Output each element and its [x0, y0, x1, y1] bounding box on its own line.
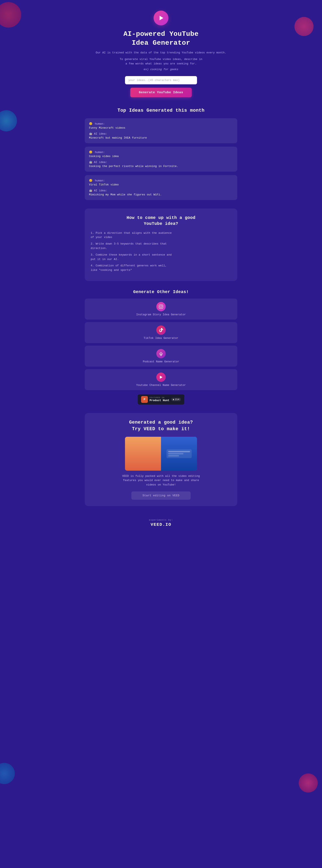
other-ideas-section: Generate Other Ideas! Instagram Story Id…: [85, 289, 237, 390]
ai-label-text: AI idea:: [94, 189, 107, 192]
idea-ai-label: 🤖 AI idea:: [89, 189, 233, 192]
human-emoji: 😊: [89, 179, 92, 182]
veed-title: Generated a good idea? Try VEED to make …: [90, 420, 232, 433]
ph-logo: P: [141, 396, 148, 403]
other-idea-icon-tiktok: [156, 326, 166, 335]
idea-ai-text: Minecraft but making IKEA furniture: [89, 136, 233, 140]
svg-rect-1: [159, 305, 163, 309]
decorative-blob-mid-left: [0, 110, 17, 131]
other-ideas-container: Instagram Story Idea Generator TikTok Id…: [85, 299, 237, 390]
other-idea-card-3[interactable]: Youtube Channel Name Generator: [85, 369, 237, 390]
howto-step-4: 4. Combination of different generes work…: [91, 264, 231, 273]
hero-title: AI-powered YouTube Idea Generator: [85, 30, 237, 47]
ai-emoji: 🤖: [89, 132, 92, 135]
veed-button[interactable]: Start editing on VEED: [131, 491, 191, 500]
idea-ai-label: 🤖 AI idea:: [89, 132, 233, 135]
other-idea-label-0: Instagram Story Idea Generator: [89, 313, 233, 316]
veed-screen-left: [125, 437, 161, 471]
idea-human-text: Viral TikTok video: [89, 183, 233, 186]
hero-example: ex) cooking for geeks: [85, 68, 237, 71]
other-idea-card-2[interactable]: Podcast Name Generator: [85, 346, 237, 367]
veed-description: VEED is fully packed with all the video …: [90, 474, 232, 487]
hero-section: AI-powered YouTube Idea Generator Our AI…: [85, 6, 237, 97]
hero-subtitle: Our AI is trained with the data of the t…: [85, 51, 237, 55]
howto-title: How to come up with a good YouTube idea?: [91, 215, 231, 227]
other-ideas-title: Generate Other Ideas!: [85, 289, 237, 294]
svg-point-4: [160, 352, 162, 354]
other-idea-card-0[interactable]: Instagram Story Idea Generator: [85, 299, 237, 319]
veed-ui-panel: [166, 449, 192, 458]
page-footer: experiments by: VEED.IO: [85, 515, 237, 531]
howto-step-1: 1. Pick a direction that aligns with the…: [91, 231, 231, 240]
veed-screen-right: [161, 437, 197, 471]
decorative-blob-lower-right: [299, 774, 318, 793]
other-idea-icon-instagram: [156, 302, 166, 311]
svg-marker-0: [160, 16, 163, 20]
ph-count-icon: ▲: [173, 398, 174, 401]
other-idea-label-1: TikTok Idea Generator: [89, 337, 233, 340]
other-idea-icon-podcast: [156, 349, 166, 358]
idea-input[interactable]: [125, 76, 197, 84]
ph-featured-label: FEATURED ON: [150, 397, 169, 399]
product-hunt-badge[interactable]: P FEATURED ON Product Hunt ▲ 214: [85, 394, 237, 405]
veed-ui-bar3: [168, 455, 179, 457]
other-idea-label-3: Youtube Channel Name Generator: [89, 383, 233, 387]
ai-label-text: AI idea:: [94, 161, 107, 164]
ph-text: FEATURED ON Product Hunt: [150, 397, 169, 402]
svg-point-2: [160, 306, 162, 308]
ai-label-text: AI idea:: [94, 132, 107, 135]
top-ideas-section: Top Ideas Generated this month 😊 human: …: [85, 108, 237, 200]
idea-card-1: 😊 human: Cooking video idea 🤖 AI idea: C…: [85, 147, 237, 172]
decorative-blob-top-left: [0, 2, 21, 28]
human-emoji: 😊: [89, 151, 92, 154]
veed-ui-bar2: [168, 453, 184, 454]
decorative-blob-top-right: [294, 17, 314, 36]
veed-section: Generated a good idea? Try VEED to make …: [85, 413, 237, 506]
howto-list: 1. Pick a direction that aligns with the…: [91, 231, 231, 273]
idea-human-text: Cooking video idea: [89, 155, 233, 158]
howto-step-2: 2. Write down 3-5 keywords that describe…: [91, 242, 231, 251]
ai-emoji: 🤖: [89, 189, 92, 192]
human-label-text: human:: [95, 122, 105, 125]
hero-description: To generate viral YouTube video ideas, d…: [85, 57, 237, 66]
page-wrapper: AI-powered YouTube Idea Generator Our AI…: [80, 0, 242, 544]
veed-btn-wrapper: Start editing on VEED: [90, 491, 232, 500]
veed-screenshot: [125, 437, 197, 471]
other-idea-card-1[interactable]: TikTok Idea Generator: [85, 322, 237, 343]
idea-ai-text: Mimicking my Mom while she figures out W…: [89, 193, 233, 196]
howto-section: How to come up with a good YouTube idea?…: [85, 209, 237, 281]
ph-count-badge: ▲ 214: [171, 398, 181, 401]
generate-button[interactable]: Generate YouTube Ideas: [130, 88, 192, 97]
idea-human-label: 😊 human:: [89, 122, 233, 125]
idea-ai-label: 🤖 AI idea:: [89, 160, 233, 164]
idea-ai-text: Cooking the perfect risotto while winnin…: [89, 165, 233, 168]
idea-human-text: Funny Minecraft videos: [89, 126, 233, 129]
howto-step-3: 3. Combine these keywords in a short sen…: [91, 253, 231, 262]
veed-screenshot-inner: [125, 437, 197, 471]
idea-card-0: 😊 human: Funny Minecraft videos 🤖 AI ide…: [85, 118, 237, 143]
idea-human-label: 😊 human:: [89, 179, 233, 182]
top-ideas-title: Top Ideas Generated this month: [85, 108, 237, 113]
footer-experiments-label: experiments by:: [85, 519, 237, 521]
ai-emoji: 🤖: [89, 161, 92, 164]
svg-point-3: [162, 305, 162, 306]
footer-brand: VEED.IO: [85, 522, 237, 527]
human-emoji: 😊: [89, 122, 92, 125]
ph-count-number: 214: [175, 398, 179, 401]
decorative-blob-lower-left: [0, 763, 15, 784]
human-label-text: human:: [95, 151, 105, 154]
other-idea-label-2: Podcast Name Generator: [89, 360, 233, 363]
svg-marker-7: [160, 376, 163, 379]
other-idea-icon-youtube: [156, 373, 166, 382]
idea-card-2: 😊 human: Viral TikTok video 🤖 AI idea: M…: [85, 175, 237, 200]
idea-human-label: 😊 human:: [89, 151, 233, 154]
ph-name: Product Hunt: [150, 399, 169, 402]
veed-ui-bar: [168, 451, 190, 452]
logo-icon: [154, 10, 168, 25]
ideas-container: 😊 human: Funny Minecraft videos 🤖 AI ide…: [85, 118, 237, 200]
ph-badge-inner: P FEATURED ON Product Hunt ▲ 214: [138, 394, 184, 405]
play-icon: [158, 15, 164, 21]
human-label-text: human:: [95, 179, 105, 182]
